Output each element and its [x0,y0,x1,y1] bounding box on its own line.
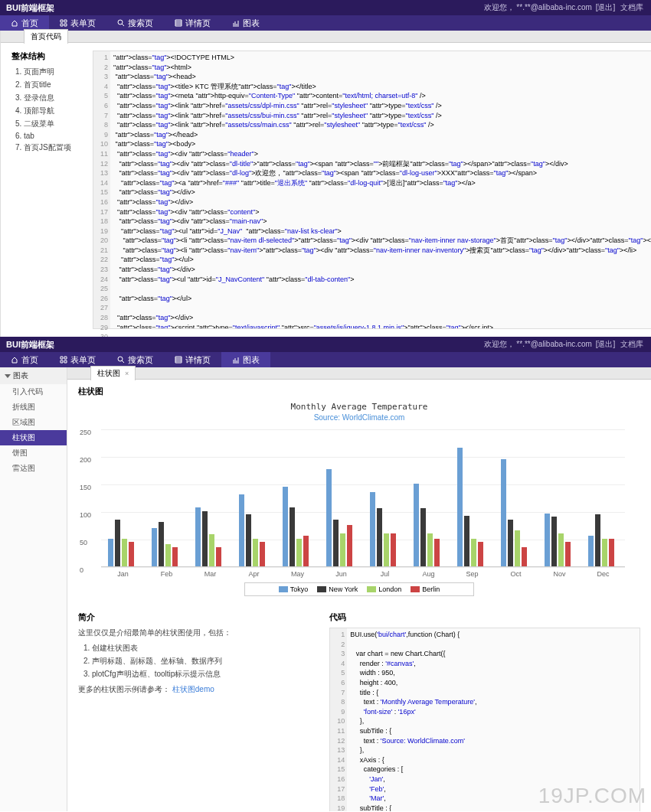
legend-item[interactable]: Tokyo [279,585,309,593]
bar-London[interactable] [515,530,520,566]
nav-tab-grid[interactable]: 表单页 [49,15,106,31]
legend-item[interactable]: New York [317,585,358,593]
bar-Tokyo[interactable] [239,494,244,566]
bar-Tokyo[interactable] [152,528,157,566]
bar-New York[interactable] [508,520,513,566]
bar-New York[interactable] [551,517,557,566]
bar-New York[interactable] [159,522,164,566]
docs-link[interactable]: 文档库 [620,340,643,348]
bar-Tokyo[interactable] [588,536,594,566]
logout-link[interactable]: [退出] [596,3,616,11]
demo-link[interactable]: 柱状图demo [172,685,214,693]
doc-outline-item[interactable]: 首页title [24,80,80,90]
bar-New York[interactable] [333,520,339,566]
legend-item[interactable]: Berlin [411,585,440,593]
doc-outline-item[interactable]: 页面声明 [24,67,80,77]
y-tick: 100 [80,511,91,519]
legend-swatch [367,586,376,592]
main-nav: 首页表单页搜索页详情页图表 [0,352,651,367]
bar-Berlin[interactable] [609,539,614,566]
bar-Berlin[interactable] [522,547,527,566]
bar-New York[interactable] [595,514,600,566]
bar-London[interactable] [340,533,345,566]
bar-New York[interactable] [202,511,208,566]
nav-tab-chart[interactable]: 图表 [221,15,270,31]
sidebar-group[interactable]: 图表 [0,367,67,384]
legend-swatch [411,586,420,592]
bar-Tokyo[interactable] [501,459,506,566]
grid-icon [60,19,67,27]
sidebar-item[interactable]: 饼图 [0,445,67,461]
bar-London[interactable] [209,534,214,566]
sidebar-item[interactable]: 引入代码 [0,384,67,399]
bar-Tokyo[interactable] [283,487,288,566]
bar-London[interactable] [384,533,389,566]
chart-legend: TokyoNew YorkLondonBerlin [244,582,474,596]
y-tick: 250 [80,429,91,436]
nav-tab-detail[interactable]: 详情页 [164,15,221,31]
bar-London[interactable] [427,533,433,566]
nav-tab-home[interactable]: 首页 [0,352,49,367]
doc-outline-item[interactable]: 顶部导航 [24,106,80,116]
nav-tab-grid[interactable]: 表单页 [49,352,106,367]
code-block: 1234567891011121314151617181920212223242… [93,51,651,329]
nav-tab-detail[interactable]: 详情页 [164,352,221,367]
sidebar-item[interactable]: 雷达图 [0,461,67,476]
detail-icon [175,19,182,27]
sidebar-item[interactable]: 区域图 [0,415,67,430]
bar-London[interactable] [122,539,127,566]
logout-link[interactable]: [退出] [596,340,616,348]
bar-Berlin[interactable] [434,539,440,566]
tab-home-code[interactable]: 首页代码 [24,29,68,44]
bar-New York[interactable] [246,514,251,566]
bar-Tokyo[interactable] [108,539,113,566]
bar-Berlin[interactable] [303,536,309,566]
close-icon[interactable]: × [125,370,129,377]
nav-tab-chart[interactable]: 图表 [221,352,270,367]
sidebar-item[interactable]: 柱状图 [0,430,67,445]
legend-item[interactable]: London [367,585,401,593]
bar-London[interactable] [558,533,564,566]
x-label: Jul [363,570,407,578]
nav-tab-search[interactable]: 搜索页 [106,352,164,367]
bar-New York[interactable] [290,507,295,566]
bar-Berlin[interactable] [347,525,352,566]
bar-New York[interactable] [115,520,120,566]
bar-Berlin[interactable] [391,533,396,566]
bar-Tokyo[interactable] [545,514,550,566]
bar-London[interactable] [602,539,607,566]
bar-London[interactable] [165,544,171,566]
bar-Berlin[interactable] [260,542,265,566]
x-label: Aug [407,570,450,578]
bar-London[interactable] [253,539,258,566]
tab-bar-chart[interactable]: 柱状图 × [90,366,136,380]
nav-tab-home[interactable]: 首页 [0,15,49,31]
doc-outline-item[interactable]: 二级菜单 [24,119,80,129]
bar-Berlin[interactable] [216,547,221,566]
sidebar-item[interactable]: 折线图 [0,399,67,415]
bar-New York[interactable] [420,508,426,566]
bar-Berlin[interactable] [172,547,178,566]
doc-outline-item[interactable]: tab [24,132,80,140]
doc-outline-item[interactable]: 首页JS配置项 [24,142,80,153]
bar-London[interactable] [296,539,302,566]
bar-Tokyo[interactable] [370,492,375,566]
doc-outline-item[interactable]: 登录信息 [24,93,80,103]
bar-New York[interactable] [377,508,382,566]
bar-Tokyo[interactable] [457,448,463,566]
bar-Tokyo[interactable] [414,484,419,566]
bar-Berlin[interactable] [129,542,134,566]
bar-Tokyo[interactable] [326,469,332,566]
bar-London[interactable] [471,539,476,566]
legend-swatch [317,586,326,592]
bar-Berlin[interactable] [565,542,571,566]
nav-tab-search[interactable]: 搜索页 [106,15,164,31]
app-title: BUI前端框架 [6,339,484,351]
bar-New York[interactable] [464,516,469,566]
bar-Tokyo[interactable] [195,507,201,566]
chevron-down-icon [5,374,11,378]
chart-icon [232,356,240,364]
bar-Berlin[interactable] [478,542,483,566]
detail-icon [175,356,182,364]
docs-link[interactable]: 文档库 [620,3,643,11]
